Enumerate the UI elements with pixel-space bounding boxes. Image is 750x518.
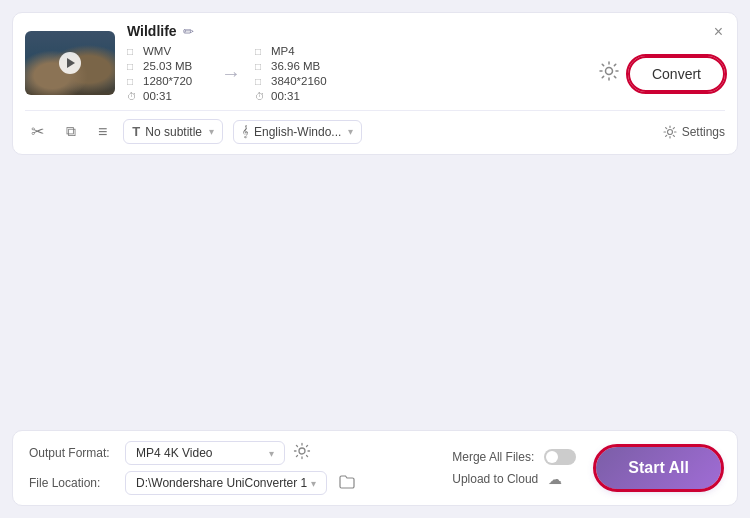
output-format-row: Output Format: MP4 4K Video ▾ — [29, 441, 432, 465]
svg-point-0 — [605, 68, 612, 75]
file-title: Wildlife — [127, 23, 177, 39]
list-button[interactable]: ≡ — [92, 123, 113, 141]
convert-button-wrap: Convert — [598, 56, 725, 92]
target-resolution-icon: □ — [255, 76, 267, 87]
source-resolution-row: □ 1280*720 — [127, 75, 207, 87]
file-location-value: D:\Wondershare UniConverter 1 — [136, 476, 307, 490]
target-resolution: 3840*2160 — [271, 75, 327, 87]
merge-section: Merge All Files: Upload to Cloud ☁ — [432, 449, 576, 487]
close-file-button[interactable]: × — [714, 23, 723, 41]
subtitle-dropdown[interactable]: T No subtitle ▾ — [123, 119, 223, 144]
source-resolution: 1280*720 — [143, 75, 192, 87]
duration-icon: ⏱ — [127, 91, 139, 102]
target-format-row: □ MP4 — [255, 45, 335, 57]
file-card: Wildlife ✏ □ WMV □ 25.03 MB — [12, 12, 738, 155]
output-format-select[interactable]: MP4 4K Video ▾ — [125, 441, 285, 465]
location-chevron-icon: ▾ — [311, 478, 316, 489]
conversion-arrow: → — [207, 62, 255, 85]
file-location-label: File Location: — [29, 476, 117, 490]
video-thumbnail[interactable] — [25, 31, 115, 95]
target-duration-icon: ⏱ — [255, 91, 267, 102]
edit-icon[interactable]: ✏ — [183, 24, 194, 39]
output-format-value: MP4 4K Video — [136, 446, 213, 460]
output-settings-button[interactable] — [293, 442, 311, 464]
target-format: MP4 — [271, 45, 295, 57]
empty-drop-area — [12, 165, 738, 420]
audio-dropdown[interactable]: 𝄞 English-Windo... ▾ — [233, 120, 362, 144]
subtitle-icon: T — [132, 124, 140, 139]
merge-toggle[interactable] — [544, 449, 576, 465]
cut-button[interactable]: ✂ — [25, 122, 50, 141]
audio-chevron-icon: ▾ — [348, 126, 353, 137]
settings-text: Settings — [682, 125, 725, 139]
cloud-upload-icon[interactable]: ☁ — [548, 471, 562, 487]
resolution-icon: □ — [127, 76, 139, 87]
file-location-select[interactable]: D:\Wondershare UniConverter 1 ▾ — [125, 471, 327, 495]
svg-point-2 — [299, 448, 305, 454]
output-format-label: Output Format: — [29, 446, 117, 460]
target-resolution-row: □ 3840*2160 — [255, 75, 335, 87]
merge-all-files-row: Merge All Files: — [452, 449, 576, 465]
settings-link[interactable]: Settings — [663, 125, 725, 139]
bottom-left-section: Output Format: MP4 4K Video ▾ File Locat… — [29, 441, 432, 495]
file-meta-row: □ WMV □ 25.03 MB □ 1280*720 ⏱ — [127, 45, 725, 102]
bottom-bar: Output Format: MP4 4K Video ▾ File Locat… — [12, 430, 738, 506]
open-folder-button[interactable] — [335, 475, 359, 492]
file-info: Wildlife ✏ □ WMV □ 25.03 MB — [127, 23, 725, 102]
merge-label: Merge All Files: — [452, 450, 534, 464]
file-title-row: Wildlife ✏ — [127, 23, 725, 39]
upload-cloud-row: Upload to Cloud ☁ — [452, 471, 576, 487]
convert-button[interactable]: Convert — [628, 56, 725, 92]
main-container: Wildlife ✏ □ WMV □ 25.03 MB — [0, 0, 750, 518]
target-size-icon: □ — [255, 61, 267, 72]
file-location-row: File Location: D:\Wondershare UniConvert… — [29, 471, 432, 495]
format-chevron-icon: ▾ — [269, 448, 274, 459]
target-format-icon: □ — [255, 46, 267, 57]
source-duration-row: ⏱ 00:31 — [127, 90, 207, 102]
size-icon: □ — [127, 61, 139, 72]
subtitle-label: No subtitle — [145, 125, 202, 139]
source-duration: 00:31 — [143, 90, 172, 102]
settings-gear-small-icon — [663, 125, 677, 139]
source-size-row: □ 25.03 MB — [127, 60, 207, 72]
target-size: 36.96 MB — [271, 60, 320, 72]
upload-label: Upload to Cloud — [452, 472, 538, 486]
target-duration-row: ⏱ 00:31 — [255, 90, 335, 102]
svg-point-1 — [667, 129, 672, 134]
audio-waveform-icon: 𝄞 — [242, 125, 249, 138]
target-duration: 00:31 — [271, 90, 300, 102]
source-format-row: □ WMV — [127, 45, 207, 57]
source-meta: □ WMV □ 25.03 MB □ 1280*720 ⏱ — [127, 45, 207, 102]
play-button[interactable] — [59, 52, 81, 74]
source-size: 25.03 MB — [143, 60, 192, 72]
format-icon: □ — [127, 46, 139, 57]
target-size-row: □ 36.96 MB — [255, 60, 335, 72]
source-format: WMV — [143, 45, 171, 57]
audio-label: English-Windo... — [254, 125, 341, 139]
start-all-button[interactable]: Start All — [596, 447, 721, 489]
file-card-top: Wildlife ✏ □ WMV □ 25.03 MB — [25, 23, 725, 110]
bookmark-button[interactable]: ⧉ — [60, 123, 82, 140]
file-card-bottom: ✂ ⧉ ≡ T No subtitle ▾ 𝄞 English-Windo...… — [25, 110, 725, 144]
target-meta: □ MP4 □ 36.96 MB □ 3840*2160 ⏱ — [255, 45, 335, 102]
settings-gear-button[interactable] — [598, 60, 620, 87]
subtitle-chevron-icon: ▾ — [209, 126, 214, 137]
